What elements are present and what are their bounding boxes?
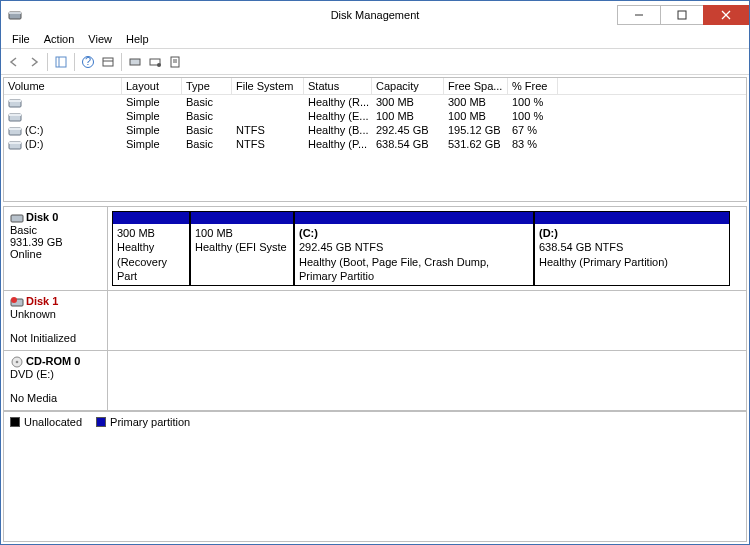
svg-point-14 (157, 63, 161, 67)
svg-rect-25 (9, 142, 21, 144)
svg-rect-21 (9, 114, 21, 116)
table-cell: 100 % (508, 95, 558, 109)
partition-bar (295, 212, 533, 224)
table-cell: 100 % (508, 109, 558, 123)
disk-row-1[interactable]: Disk 1 Unknown Not Initialized (4, 291, 746, 351)
table-cell: Healthy (B... (304, 123, 372, 137)
col-volume[interactable]: Volume (4, 78, 122, 94)
svg-text:?: ? (85, 55, 91, 67)
table-row[interactable]: SimpleBasicHealthy (E...100 MB100 MB100 … (4, 109, 746, 123)
svg-rect-19 (9, 100, 21, 102)
menubar: File Action View Help (1, 29, 749, 49)
minimize-button[interactable] (617, 5, 661, 25)
table-cell: NTFS (232, 137, 304, 151)
menu-help[interactable]: Help (119, 31, 156, 47)
partition-text: 300 MBHealthy (Recovery Part (113, 224, 189, 285)
legend: Unallocated Primary partition (4, 411, 746, 432)
col-pctfree[interactable]: % Free (508, 78, 558, 94)
table-row[interactable]: (D:)SimpleBasicNTFSHealthy (P...638.54 G… (4, 137, 746, 151)
disk-name: Disk 0 (26, 211, 58, 223)
table-cell (232, 95, 304, 109)
titlebar: Disk Management (1, 1, 749, 29)
table-cell: Healthy (E... (304, 109, 372, 123)
cdrom-icon (10, 356, 24, 368)
volume-rows: SimpleBasicHealthy (R...300 MB300 MB100 … (4, 95, 746, 151)
table-row[interactable]: (C:)SimpleBasicNTFSHealthy (B...292.45 G… (4, 123, 746, 137)
content: Volume Layout Type File System Status Ca… (1, 75, 749, 544)
help-button[interactable]: ? (79, 53, 97, 71)
table-cell (232, 109, 304, 123)
col-filesystem[interactable]: File System (232, 78, 304, 94)
table-cell: 67 % (508, 123, 558, 137)
svg-rect-23 (9, 128, 21, 130)
partition[interactable]: 100 MBHealthy (EFI Syste (190, 211, 294, 286)
table-cell: Basic (182, 95, 232, 109)
toolbar-separator (121, 53, 122, 71)
disk-type: Unknown (10, 308, 56, 320)
menu-file[interactable]: File (5, 31, 37, 47)
col-type[interactable]: Type (182, 78, 232, 94)
swatch-black-icon (10, 417, 20, 427)
col-spacer (558, 78, 746, 94)
table-cell: 100 MB (444, 109, 508, 123)
svg-rect-10 (103, 58, 113, 66)
partition-text: (D:)638.54 GB NTFSHealthy (Primary Parti… (535, 224, 729, 271)
partition-bar (113, 212, 189, 224)
table-cell: Basic (182, 137, 232, 151)
partition[interactable]: (D:)638.54 GB NTFSHealthy (Primary Parti… (534, 211, 730, 286)
partition[interactable]: (C:)292.45 GB NTFSHealthy (Boot, Page Fi… (294, 211, 534, 286)
legend-primary: Primary partition (96, 416, 190, 428)
partition[interactable]: 300 MBHealthy (Recovery Part (112, 211, 190, 286)
menu-action[interactable]: Action (37, 31, 82, 47)
table-cell: Healthy (R... (304, 95, 372, 109)
col-layout[interactable]: Layout (122, 78, 182, 94)
maximize-button[interactable] (660, 5, 704, 25)
disk-row-2[interactable]: CD-ROM 0 DVD (E:) No Media (4, 351, 746, 411)
disk-header: Disk 0 Basic 931.39 GB Online (4, 207, 108, 290)
refresh-button[interactable] (99, 53, 117, 71)
svg-rect-1 (9, 12, 21, 14)
disk-type: DVD (E:) (10, 368, 54, 380)
table-cell: 531.62 GB (444, 137, 508, 151)
partition-bar (535, 212, 729, 224)
disk-partitions: 300 MBHealthy (Recovery Part 100 MBHealt… (108, 207, 746, 290)
svg-point-28 (11, 297, 17, 303)
app-icon (7, 7, 23, 23)
menu-view[interactable]: View (81, 31, 119, 47)
disk-status: No Media (10, 392, 57, 404)
table-cell: (C:) (4, 123, 122, 137)
toolbar-separator (74, 53, 75, 71)
back-button[interactable] (5, 53, 23, 71)
table-cell: 195.12 GB (444, 123, 508, 137)
disk-error-icon (10, 296, 24, 308)
show-hide-button[interactable] (52, 53, 70, 71)
table-cell: NTFS (232, 123, 304, 137)
disk-map-panel: Disk 0 Basic 931.39 GB Online 300 MBHeal… (3, 206, 747, 542)
col-status[interactable]: Status (304, 78, 372, 94)
forward-button[interactable] (25, 53, 43, 71)
col-capacity[interactable]: Capacity (372, 78, 444, 94)
close-button[interactable] (703, 5, 749, 25)
disk-icon (10, 212, 24, 224)
table-cell: 292.45 GB (372, 123, 444, 137)
table-row[interactable]: SimpleBasicHealthy (R...300 MB300 MB100 … (4, 95, 746, 109)
svg-rect-12 (130, 59, 140, 65)
disk-list-button[interactable] (126, 53, 144, 71)
svg-rect-6 (56, 57, 66, 67)
disk-type: Basic (10, 224, 37, 236)
settings-button[interactable] (146, 53, 164, 71)
table-cell: 300 MB (372, 95, 444, 109)
table-cell: Simple (122, 137, 182, 151)
col-freespace[interactable]: Free Spa... (444, 78, 508, 94)
table-cell: (D:) (4, 137, 122, 151)
disk-row-0[interactable]: Disk 0 Basic 931.39 GB Online 300 MBHeal… (4, 207, 746, 291)
table-cell: Healthy (P... (304, 137, 372, 151)
legend-label: Primary partition (110, 416, 190, 428)
table-cell (4, 109, 122, 123)
properties-button[interactable] (166, 53, 184, 71)
legend-label: Unallocated (24, 416, 82, 428)
volume-list-panel: Volume Layout Type File System Status Ca… (3, 77, 747, 202)
disk-header: Disk 1 Unknown Not Initialized (4, 291, 108, 350)
toolbar-separator (47, 53, 48, 71)
svg-point-30 (16, 361, 19, 364)
